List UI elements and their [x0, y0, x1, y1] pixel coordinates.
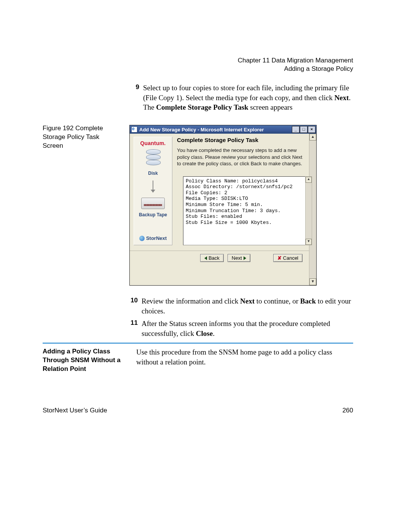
summary-text: Policy Class Name: policyclass4 Assoc Di… [186, 178, 303, 226]
bold-text: Complete Storage Policy Task [156, 103, 248, 111]
figure-caption: Figure 192 Complete Storage Policy Task … [43, 124, 121, 150]
window-buttons: _ □ × [292, 126, 315, 133]
step-body: Review the information and click Next to… [142, 296, 356, 316]
summary-box: Policy Class Name: policyclass4 Assoc Di… [183, 176, 306, 246]
step: 9Select up to four copies to store for e… [129, 83, 355, 112]
page: Chapter 11 Data Migration Management Add… [0, 0, 411, 532]
steps-after-figure: 10Review the information and click Next … [128, 296, 356, 342]
step-number: 11 [128, 319, 142, 338]
scroll-down-icon[interactable]: ▼ [306, 239, 312, 245]
ie-body: ▲ ▼ Quantum. Disk Backup Tape StorNext [130, 134, 316, 285]
footer: StorNext User’s Guide 260 [43, 407, 353, 414]
arrow-down-icon [153, 181, 153, 190]
wizard-button-bar: Back Next ✘ Cancel [130, 251, 309, 266]
scroll-down-icon[interactable]: ▼ [309, 278, 316, 285]
bold-text: Close [196, 329, 213, 337]
ie-icon [131, 126, 137, 133]
rule [43, 343, 353, 343]
tape-label: Backup Tape [139, 212, 167, 217]
next-label: Next [232, 255, 242, 261]
subsection-title: Adding a Policy Class Through SNSM Witho… [43, 347, 123, 374]
text-run: to continue, or [255, 297, 300, 305]
wizard-sidebar: Quantum. Disk Backup Tape StorNext [134, 137, 172, 245]
product-logo: StorNext [139, 235, 167, 241]
wizard-content: Quantum. Disk Backup Tape StorNext Compl… [130, 134, 309, 251]
step-body: After the Status screen informs you that… [142, 319, 356, 338]
window-title: Add New Storage Policy - Microsoft Inter… [139, 127, 292, 133]
step-number: 9 [129, 83, 143, 112]
pane-title: Complete Storage Policy Task [177, 137, 306, 143]
product-name: StorNext [146, 235, 167, 241]
triangle-right-icon [244, 256, 246, 260]
header-section: Adding a Storage Policy [238, 65, 353, 73]
text-run: Review the information and click [142, 297, 240, 305]
cancel-button[interactable]: ✘ Cancel [273, 254, 303, 262]
header-chapter: Chapter 11 Data Migration Management [238, 56, 353, 65]
step: 11After the Status screen informs you th… [128, 319, 356, 338]
triangle-left-icon [204, 256, 207, 260]
step-body: Select up to four copies to store for ea… [143, 83, 355, 112]
text-run: . [213, 329, 215, 337]
x-icon: ✘ [277, 255, 282, 261]
pane-description: You have completed the necessary steps t… [177, 147, 306, 167]
disk-label: Disk [148, 171, 158, 176]
subsection: Adding a Policy Class Through SNSM Witho… [43, 343, 353, 374]
footer-left: StorNext User’s Guide [43, 407, 107, 414]
bold-text: Back [300, 297, 316, 305]
bold-text: Next [240, 297, 255, 305]
tape-icon [141, 198, 165, 209]
step: 10Review the information and click Next … [128, 296, 356, 316]
next-button[interactable]: Next [228, 254, 250, 262]
text-run: screen appears [249, 103, 293, 111]
minimize-button[interactable]: _ [292, 126, 299, 133]
disk-icon [145, 149, 161, 168]
subsection-body: Use this procedure from the SNSM home pa… [136, 347, 353, 374]
summary-scrollbar[interactable]: ▲ ▼ [305, 176, 312, 246]
stornext-icon [139, 236, 145, 241]
steps-before-figure: 9Select up to four copies to store for e… [129, 83, 355, 115]
bold-text: Next [335, 94, 349, 102]
maximize-button[interactable]: □ [300, 126, 307, 133]
wizard-pane: Complete Storage Policy Task You have co… [177, 137, 306, 245]
text-run: Select up to four copies to store for ea… [143, 84, 349, 102]
ie-window: Add New Storage Policy - Microsoft Inter… [129, 125, 317, 286]
titlebar: Add New Storage Policy - Microsoft Inter… [130, 125, 316, 134]
close-button[interactable]: × [308, 126, 315, 133]
footer-page: 260 [342, 407, 353, 414]
brand-logo: Quantum. [140, 140, 166, 146]
page-header: Chapter 11 Data Migration Management Add… [238, 56, 353, 73]
scroll-up-icon[interactable]: ▲ [306, 177, 312, 183]
back-label: Back [209, 255, 220, 261]
back-button[interactable]: Back [200, 254, 224, 262]
step-number: 10 [128, 296, 142, 316]
scroll-up-icon[interactable]: ▲ [309, 134, 316, 141]
text-run: After the Status screen informs you that… [142, 320, 330, 337]
cancel-label: Cancel [283, 255, 298, 261]
